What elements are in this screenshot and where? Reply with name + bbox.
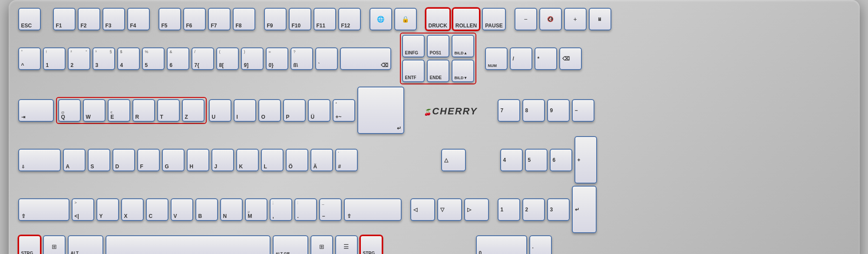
key-4[interactable]: $ 4 (117, 47, 140, 70)
key-5[interactable]: % 5 (142, 47, 165, 70)
key-ralt[interactable]: ALT GR (273, 235, 308, 254)
key-vol-down[interactable]: − (515, 8, 537, 30)
key-caret[interactable]: ° ^ (18, 47, 41, 70)
key-g[interactable]: G (162, 149, 185, 171)
key-u[interactable]: U (209, 99, 231, 122)
key-f2[interactable]: F2 (78, 8, 100, 30)
key-8[interactable]: ( 8[ (216, 47, 239, 70)
key-rshift[interactable]: ⇧ (344, 198, 402, 221)
key-a[interactable]: A (63, 149, 86, 171)
key-n[interactable]: N (220, 198, 243, 221)
key-p[interactable]: P (283, 99, 306, 122)
key-num7[interactable]: 7 (498, 99, 520, 122)
key-angle[interactable]: > <| (72, 198, 94, 221)
key-t[interactable]: T (157, 99, 180, 122)
key-lwin[interactable]: ⊞ (43, 235, 66, 254)
key-x[interactable]: X (121, 198, 144, 221)
key-h[interactable]: H (187, 149, 209, 171)
key-lock[interactable]: 🔒 (394, 8, 417, 30)
key-enter[interactable]: ↵ (357, 87, 404, 134)
key-num-dot[interactable]: . (529, 235, 552, 254)
key-einfg[interactable]: EINFG (402, 35, 425, 57)
key-f1[interactable]: F1 (53, 8, 76, 30)
key-num-minus[interactable]: − (572, 99, 594, 122)
key-pause[interactable]: PAUSE (482, 8, 505, 30)
key-arrow-left[interactable]: ◁ (410, 198, 435, 221)
key-ss[interactable]: ? ß\ (290, 47, 313, 70)
key-k[interactable]: K (236, 149, 259, 171)
key-f11[interactable]: F11 (314, 8, 336, 30)
key-num-lock[interactable]: NUM (485, 47, 508, 70)
key-num-mul[interactable]: * (535, 47, 557, 70)
key-num2[interactable]: 2 (522, 198, 545, 221)
key-num-enter[interactable]: ↵ (572, 186, 597, 233)
key-backspace[interactable]: ⌫ (340, 47, 391, 70)
key-q[interactable]: @ Q (58, 99, 81, 122)
key-d[interactable]: D (112, 149, 135, 171)
key-num-plus[interactable]: + (574, 136, 597, 184)
key-calc[interactable]: 🖩 (589, 8, 611, 30)
key-druck[interactable]: DRUCK (426, 8, 450, 30)
key-2[interactable]: " ² 2 (68, 47, 90, 70)
key-3[interactable]: § ³ 3 (92, 47, 115, 70)
key-f4[interactable]: F4 (127, 8, 150, 30)
key-period[interactable]: : . (294, 198, 317, 221)
key-comma[interactable]: ; , (270, 198, 292, 221)
key-f6[interactable]: F6 (183, 8, 206, 30)
key-b[interactable]: B (195, 198, 218, 221)
key-mute[interactable]: 🔇 (539, 8, 562, 30)
key-7[interactable]: / 7{ (191, 47, 214, 70)
key-esc[interactable]: ESC (18, 8, 41, 30)
key-j[interactable]: J (211, 149, 234, 171)
key-num-bs[interactable]: ⌫ (559, 47, 582, 70)
key-menu[interactable]: ☰ (335, 235, 358, 254)
key-1[interactable]: ! 1 (43, 47, 66, 70)
key-s[interactable]: S (88, 149, 110, 171)
key-caps[interactable]: ⇩ (18, 149, 61, 171)
key-c[interactable]: C (146, 198, 168, 221)
key-f10[interactable]: F10 (289, 8, 311, 30)
key-f7[interactable]: F7 (208, 8, 231, 30)
key-tab[interactable]: ⇥ (18, 99, 54, 122)
key-f5[interactable]: F5 (158, 8, 181, 30)
key-i[interactable]: I (234, 99, 256, 122)
key-rollen[interactable]: ROLLEN (452, 8, 480, 30)
key-m[interactable]: μ M (245, 198, 267, 221)
key-hash[interactable]: ' # (335, 149, 358, 171)
key-minus[interactable]: _ − (319, 198, 342, 221)
key-num-div[interactable]: / (510, 47, 532, 70)
key-plus[interactable]: * +~ (333, 99, 355, 122)
key-w[interactable]: W (83, 99, 106, 122)
key-num5[interactable]: 5 (525, 149, 548, 171)
key-r[interactable]: R (132, 99, 155, 122)
key-v[interactable]: V (171, 198, 193, 221)
key-f9[interactable]: F9 (264, 8, 287, 30)
key-oe[interactable]: Ö (286, 149, 308, 171)
key-arrow-right[interactable]: ▷ (464, 198, 489, 221)
key-f[interactable]: F (137, 149, 160, 171)
key-num1[interactable]: 1 (498, 198, 520, 221)
key-accent[interactable]: ` (315, 47, 338, 70)
key-bild-down[interactable]: BILD▼ (452, 60, 474, 82)
key-ue[interactable]: Ü (308, 99, 330, 122)
key-ende[interactable]: ENDE (427, 60, 449, 82)
key-num6[interactable]: 6 (550, 149, 572, 171)
key-z[interactable]: Z (182, 99, 205, 122)
key-ae[interactable]: Ä (310, 149, 333, 171)
key-f8[interactable]: F8 (233, 8, 255, 30)
key-arrow-up[interactable]: △ (441, 149, 466, 171)
key-num4[interactable]: 4 (500, 149, 523, 171)
key-num3[interactable]: 3 (547, 198, 570, 221)
key-lshift[interactable]: ⇧ (18, 198, 69, 221)
key-rctrl[interactable]: STRG (360, 235, 383, 254)
key-vol-up[interactable]: + (564, 8, 587, 30)
key-space[interactable] (106, 235, 271, 254)
key-arrow-down[interactable]: ▽ (437, 198, 462, 221)
key-lctrl[interactable]: STRG (18, 235, 41, 254)
key-bild-up[interactable]: BILD▲ (452, 35, 474, 57)
key-6[interactable]: & 6 (167, 47, 189, 70)
key-rwin[interactable]: ⊞ (310, 235, 333, 254)
key-9[interactable]: ) 9] (241, 47, 264, 70)
key-f3[interactable]: F3 (102, 8, 125, 30)
key-l[interactable]: L (261, 149, 284, 171)
